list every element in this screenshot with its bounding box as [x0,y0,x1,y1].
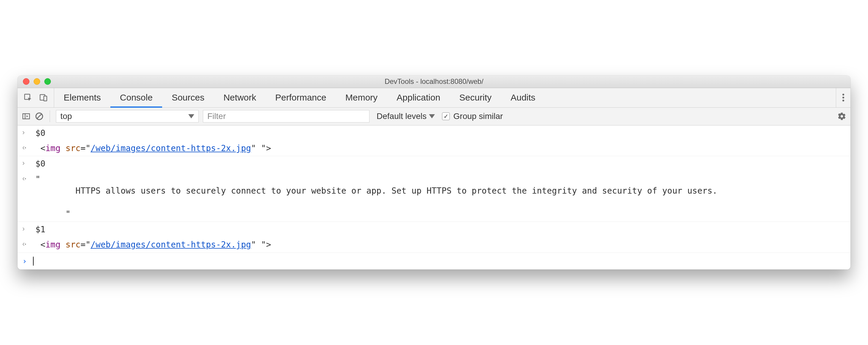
more-options-icon[interactable] [842,93,844,102]
inspect-element-icon[interactable] [24,93,32,102]
window-title: DevTools - localhost:8080/web/ [18,77,850,86]
console-output-row: ‹• <img src="/web/images/content-https-2… [18,141,850,156]
console-input-row: ›$0 [18,156,850,171]
output-caret-icon: ‹• [22,143,33,154]
console-output-row: ‹• <img src="/web/images/content-https-2… [18,237,850,252]
svg-marker-8 [27,116,28,118]
console-link[interactable]: /web/images/content-https-2x.jpg [90,143,251,153]
tab-audits[interactable]: Audits [501,88,545,107]
console-row-content[interactable]: <img src="/web/images/content-https-2x.j… [33,143,846,154]
levels-label: Default levels [377,112,427,121]
traffic-lights [23,78,51,85]
console-input-row: ›$0 [18,126,850,141]
output-caret-icon: ‹• [22,239,33,250]
more-toolgroup [836,88,850,107]
device-toggle-icon[interactable] [39,93,48,102]
filter-input[interactable] [203,110,369,123]
prompt-caret-icon: › [22,256,33,266]
tab-application[interactable]: Application [387,88,450,107]
console-link[interactable]: /web/images/content-https-2x.jpg [90,240,251,250]
svg-rect-6 [23,114,30,119]
tab-network[interactable]: Network [214,88,266,107]
maximize-window-button[interactable] [44,78,51,85]
console-toolbar: top Default levels ✓ Group similar [18,108,850,126]
input-caret-icon: › [22,224,33,235]
chevron-down-icon [429,114,435,118]
console-row-content[interactable]: <img src="/web/images/content-https-2x.j… [33,239,846,250]
context-value: top [60,112,72,121]
console-input-row: ›$1 [18,222,850,237]
inspect-toolgroup [18,88,54,107]
console-row-content[interactable]: $0 [33,158,846,169]
input-caret-icon: › [22,127,33,139]
devtools-window: DevTools - localhost:8080/web/ ElementsC… [18,75,850,270]
console-sidebar-toggle-icon[interactable] [22,112,31,121]
checkbox-icon: ✓ [442,113,450,120]
html-attr: src [65,143,81,153]
html-tag: img [45,143,61,153]
chevron-down-icon [188,114,194,118]
tab-elements[interactable]: Elements [54,88,111,107]
svg-point-4 [842,97,844,98]
console-output[interactable]: ›$0‹• <img src="/web/images/content-http… [18,126,850,270]
log-levels-select[interactable]: Default levels [374,112,438,121]
svg-rect-2 [44,96,47,101]
console-row-content[interactable]: " HTTPS allows users to securely connect… [33,174,846,220]
tab-memory[interactable]: Memory [336,88,387,107]
console-prompt[interactable]: › [18,253,850,270]
input-caret-icon: › [22,158,33,169]
close-window-button[interactable] [23,78,29,85]
svg-line-10 [37,114,42,119]
html-tag: img [45,240,61,250]
tab-security[interactable]: Security [450,88,501,107]
tab-performance[interactable]: Performance [266,88,336,107]
group-similar-label: Group similar [453,112,503,121]
devtools-tabbar: ElementsConsoleSourcesNetworkPerformance… [18,88,850,108]
devtools-tabs: ElementsConsoleSourcesNetworkPerformance… [54,88,545,107]
tab-sources[interactable]: Sources [162,88,214,107]
console-row-content[interactable]: $0 [33,127,846,139]
tab-console[interactable]: Console [111,88,162,107]
html-attr: src [65,240,81,250]
text-cursor [33,257,34,265]
minimize-window-button[interactable] [34,78,40,85]
console-settings-icon[interactable] [837,112,846,121]
svg-point-3 [842,94,844,95]
clear-console-icon[interactable] [35,112,44,121]
titlebar[interactable]: DevTools - localhost:8080/web/ [18,75,850,88]
console-row-content[interactable]: $1 [33,224,846,235]
svg-point-5 [842,100,844,101]
group-similar-checkbox[interactable]: ✓ Group similar [442,112,503,121]
execution-context-select[interactable]: top [56,110,199,123]
output-caret-icon: ‹• [22,174,33,220]
console-output-row: ‹•" HTTPS allows users to securely conne… [18,171,850,222]
